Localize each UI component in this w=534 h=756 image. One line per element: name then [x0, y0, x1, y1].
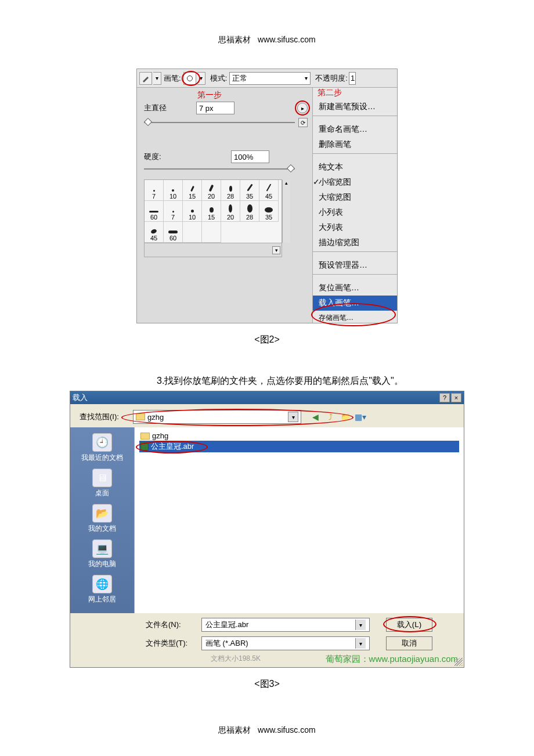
file-list[interactable]: gzhg 公主皇冠.abr	[134, 427, 464, 613]
brush-preset[interactable]: 35	[240, 180, 259, 201]
brush-preset[interactable]: 15	[183, 180, 202, 201]
dialog-title: 载入	[73, 393, 88, 403]
folder-icon	[140, 433, 150, 440]
place-mydocs[interactable]: 📂我的文档	[88, 504, 116, 534]
brush-tool-icon[interactable]	[139, 72, 152, 85]
scrollbar[interactable]: ▴	[282, 180, 290, 243]
filetype-select[interactable]: 画笔 (*.ABR)▾	[201, 636, 370, 650]
menu-preset-manager[interactable]: 预设管理器…	[313, 258, 397, 273]
brush-preview-icon[interactable]	[183, 72, 196, 85]
brush-preset[interactable]: 20	[221, 201, 240, 222]
brush-label: 画笔:	[164, 73, 181, 84]
brush-flyout-menu: 第二步 新建画笔预设… 重命名画笔… 删除画笔 纯文本 小缩览图 大缩览图 小列…	[312, 88, 397, 323]
brush-preset	[202, 222, 221, 243]
brush-preset[interactable]: 10	[183, 201, 202, 222]
view-menu-icon[interactable]: ▦▾	[355, 411, 366, 423]
diameter-slider[interactable]	[144, 120, 295, 125]
brush-preset-grid[interactable]: 7 10 15 20 28 35 45 60 7 10 15 20	[144, 179, 282, 243]
menu-load-brushes[interactable]: 载入画笔…	[313, 296, 397, 311]
brush-preset[interactable]: 35	[259, 201, 279, 222]
diameter-label: 主直径	[144, 103, 185, 113]
figure3-caption: <图3>	[23, 678, 511, 690]
step2-annotation: 第二步	[317, 88, 342, 98]
file-item-selected[interactable]: 公主皇冠.abr	[139, 441, 459, 452]
dialog-titlebar: 载入 ? ×	[70, 391, 464, 404]
chevron-down-icon: ▾	[355, 638, 366, 649]
lookin-label: 查找范围(I):	[80, 412, 129, 422]
step1-annotation: 第一步	[197, 90, 222, 100]
opacity-input[interactable]: 1	[349, 72, 356, 85]
chevron-down-icon: ▾	[288, 412, 298, 422]
footer-url: www.sifusc.com	[258, 725, 316, 735]
chevron-down-icon[interactable]: ▾	[272, 246, 280, 254]
menu-small-list[interactable]: 小列表	[313, 205, 397, 220]
place-network[interactable]: 🌐网上邻居	[88, 575, 116, 604]
hardness-input[interactable]: 100%	[231, 150, 269, 163]
footer-site: 思福素材	[218, 725, 251, 735]
mode-label: 模式:	[210, 73, 228, 84]
tool-dropdown-icon[interactable]: ▾	[153, 72, 161, 85]
brush-preset[interactable]: 15	[202, 201, 221, 222]
brush-panel: ▾ 画笔: ▾ 模式: 正常 ▾ 不透明度: 1 第一步	[136, 69, 398, 323]
step3-instruction: 3.找到你放笔刷的文件夹，点选你要用的笔刷然后点"载入"。	[157, 375, 511, 387]
place-desktop[interactable]: 🖥桌面	[92, 469, 112, 498]
new-folder-icon[interactable]: 📁	[340, 411, 351, 423]
hardness-slider[interactable]	[144, 167, 295, 171]
opacity-label: 不透明度:	[315, 73, 348, 84]
figure2-caption: <图2>	[23, 334, 511, 346]
resize-grip-icon[interactable]	[454, 658, 463, 666]
brush-preset[interactable]: 28	[240, 201, 259, 222]
brush-preset[interactable]: 10	[164, 180, 183, 201]
page-header: 思福素材 www.sifusc.com	[23, 35, 511, 45]
cancel-button[interactable]: 取消	[386, 636, 432, 650]
filename-label: 文件名(N):	[146, 620, 196, 630]
brush-preset[interactable]: 45	[145, 222, 164, 243]
menu-reset[interactable]: 复位画笔…	[313, 280, 397, 296]
lookin-combo[interactable]: gzhg ▾	[133, 410, 301, 424]
flyout-arrow-button[interactable]: ▸	[297, 103, 308, 113]
filetype-label: 文件类型(T):	[146, 638, 196, 649]
chevron-down-icon: ▾	[355, 620, 366, 630]
help-button[interactable]: ?	[439, 393, 450, 402]
menu-large-list[interactable]: 大列表	[313, 220, 397, 235]
brush-preset[interactable]: 20	[202, 180, 221, 201]
brush-preset	[183, 222, 202, 243]
lookin-value: gzhg	[147, 413, 164, 422]
mode-select[interactable]: 正常 ▾	[229, 72, 311, 85]
page-footer: 思福素材 www.sifusc.com	[23, 725, 511, 736]
menu-delete[interactable]: 删除画笔	[313, 137, 397, 152]
load-button[interactable]: 载入(L)	[386, 618, 432, 632]
brush-preset[interactable]: 7	[164, 201, 183, 222]
close-button[interactable]: ×	[451, 393, 461, 402]
file-item-folder[interactable]: gzhg	[139, 431, 459, 441]
menu-rename[interactable]: 重命名画笔…	[313, 122, 397, 137]
watermark-size: 文档大小198.5K	[211, 654, 261, 664]
chevron-down-icon: ▾	[305, 75, 308, 81]
menu-small-thumb[interactable]: 小缩览图	[313, 175, 397, 190]
watermark: 文档大小198.5K 葡萄家园：www.putaojiayuan.com	[70, 653, 464, 667]
brush-preset[interactable]: 60	[145, 201, 164, 222]
diameter-input[interactable]: 7 px	[196, 102, 234, 114]
header-url: www.sifusc.com	[258, 35, 316, 44]
brush-preset[interactable]: 28	[221, 180, 240, 201]
up-icon[interactable]: ⤴	[324, 411, 336, 423]
menu-stroke-thumb[interactable]: 描边缩览图	[313, 235, 397, 250]
menu-new-preset[interactable]: 新建画笔预设…	[313, 99, 397, 114]
reset-icon[interactable]: ⟳	[298, 118, 308, 127]
menu-text-only[interactable]: 纯文本	[313, 160, 397, 175]
menu-save[interactable]: 存储画笔…	[313, 311, 397, 323]
brush-toolbar: ▾ 画笔: ▾ 模式: 正常 ▾ 不透明度: 1	[137, 69, 397, 88]
brush-grid-footer: ▾	[144, 243, 282, 257]
load-dialog: 载入 ? × 查找范围(I): gzhg ▾ ◀ ⤴ 📁 ▦▾	[70, 391, 464, 668]
brush-preset[interactable]: 7	[145, 180, 164, 201]
menu-large-thumb[interactable]: 大缩览图	[313, 190, 397, 205]
place-mycomputer[interactable]: 💻我的电脑	[88, 539, 116, 569]
place-recent[interactable]: 🕘我最近的文档	[81, 433, 123, 463]
header-site: 思福素材	[218, 35, 251, 44]
abr-file-icon	[140, 442, 149, 451]
watermark-url: 葡萄家园：www.putaojiayuan.com	[326, 654, 458, 664]
brush-preset[interactable]: 45	[259, 180, 279, 201]
back-icon[interactable]: ◀	[309, 411, 321, 423]
filename-input[interactable]: 公主皇冠.abr▾	[201, 618, 370, 632]
brush-preset[interactable]: 60	[164, 222, 183, 243]
